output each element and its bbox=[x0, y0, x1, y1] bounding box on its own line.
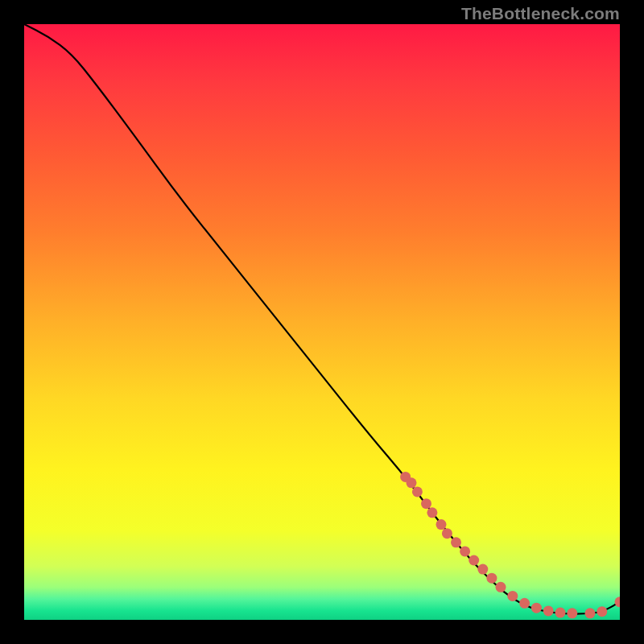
data-marker bbox=[477, 564, 488, 575]
data-marker bbox=[531, 603, 542, 613]
data-marker bbox=[421, 498, 431, 509]
chart-svg bbox=[24, 24, 620, 620]
data-marker bbox=[460, 546, 470, 556]
data-marker bbox=[442, 528, 452, 539]
data-marker bbox=[486, 573, 497, 584]
data-marker bbox=[519, 598, 530, 609]
watermark-text: TheBottleneck.com bbox=[461, 5, 620, 22]
data-marker bbox=[585, 608, 596, 618]
data-marker bbox=[436, 519, 447, 530]
gradient-background bbox=[24, 24, 620, 620]
data-marker bbox=[555, 608, 566, 618]
data-marker bbox=[407, 477, 417, 488]
plot-area bbox=[24, 24, 620, 620]
data-marker bbox=[567, 608, 577, 618]
data-marker bbox=[412, 486, 423, 497]
data-marker bbox=[543, 605, 554, 616]
data-marker bbox=[469, 555, 479, 566]
data-marker bbox=[427, 507, 437, 518]
data-marker bbox=[496, 582, 506, 592]
data-marker bbox=[507, 591, 518, 601]
data-marker bbox=[597, 606, 607, 617]
chart-stage: TheBottleneck.com bbox=[0, 0, 644, 644]
data-marker bbox=[451, 537, 461, 547]
